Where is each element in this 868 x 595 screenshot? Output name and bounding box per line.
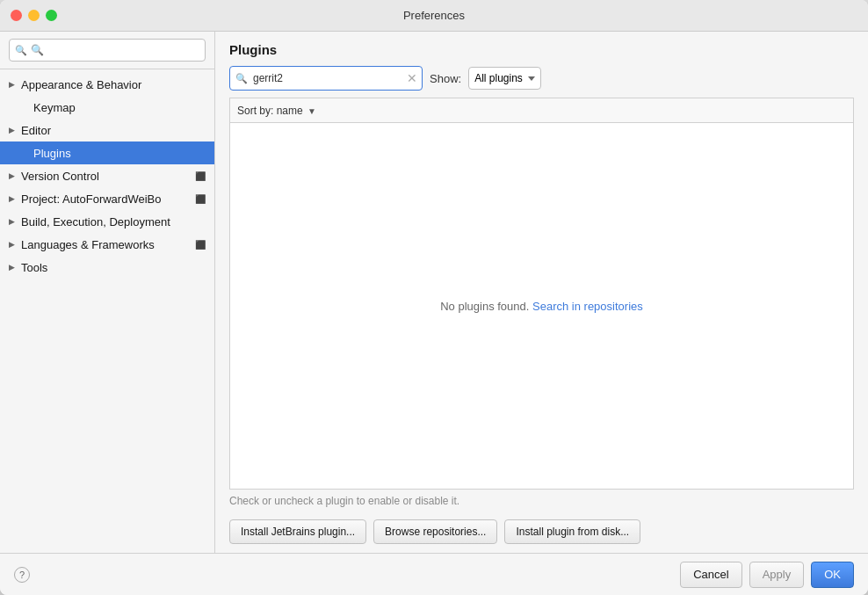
show-select[interactable]: All plugins Enabled Disabled Bundled Cus…: [468, 67, 541, 90]
main-header: Plugins 🔍 ✕ Show: All plugins Enabled Di…: [215, 32, 868, 98]
arrow-icon: ▶: [9, 240, 21, 249]
sidebar-items-list: ▶ Appearance & Behavior Keymap ▶ Editor …: [0, 69, 214, 553]
sidebar-item-keymap[interactable]: Keymap: [0, 96, 214, 119]
footer-right: Cancel Apply OK: [680, 562, 854, 588]
search-in-repositories-link[interactable]: Search in repositories: [532, 300, 643, 313]
sidebar-item-label: Plugins: [33, 147, 206, 160]
main-content: Plugins 🔍 ✕ Show: All plugins Enabled Di…: [215, 32, 868, 553]
sidebar-item-languages[interactable]: ▶ Languages & Frameworks ⬛: [0, 233, 214, 256]
close-button[interactable]: [11, 10, 22, 21]
window-controls: [11, 10, 57, 21]
apply-button[interactable]: Apply: [749, 562, 805, 588]
titlebar: Preferences: [0, 0, 868, 32]
sidebar-item-label: Version Control: [21, 170, 192, 183]
sidebar-search-input[interactable]: [9, 39, 206, 62]
plugins-search-wrapper: 🔍 ✕: [229, 66, 423, 91]
sort-arrow-icon: ▼: [307, 106, 316, 116]
sidebar-item-label: Appearance & Behavior: [21, 78, 206, 91]
plugins-list-area: No plugins found. Search in repositories: [230, 123, 853, 489]
sidebar-item-label: Build, Execution, Deployment: [21, 215, 206, 229]
arrow-icon: ▶: [9, 194, 21, 203]
arrow-icon: ▶: [9, 171, 21, 180]
sidebar-item-version-control[interactable]: ▶ Version Control ⬛: [0, 164, 214, 187]
sidebar-item-label: Languages & Frameworks: [21, 238, 192, 251]
show-label: Show:: [430, 72, 461, 85]
install-from-disk-button[interactable]: Install plugin from disk...: [504, 519, 640, 544]
footer: ? Cancel Apply OK: [0, 553, 868, 595]
arrow-icon: ▶: [9, 263, 21, 272]
maximize-button[interactable]: [46, 10, 57, 21]
sidebar-item-label: Tools: [21, 261, 206, 274]
arrow-icon: ▶: [9, 126, 21, 134]
badge-icon: ⬛: [195, 194, 206, 204]
sidebar-item-label: Keymap: [33, 101, 206, 114]
sidebar-item-label: Editor: [21, 124, 206, 137]
window-title: Preferences: [403, 9, 465, 22]
ok-button[interactable]: OK: [811, 562, 854, 588]
sidebar: 🔍 ▶ Appearance & Behavior Keymap ▶ Edito…: [0, 32, 215, 553]
page-title: Plugins: [229, 42, 854, 57]
browse-repositories-button[interactable]: Browse repositories...: [373, 519, 497, 544]
sidebar-item-build[interactable]: ▶ Build, Execution, Deployment: [0, 210, 214, 233]
sidebar-item-appearance[interactable]: ▶ Appearance & Behavior: [0, 73, 214, 96]
no-plugins-text: No plugins found. Search in repositories: [440, 300, 643, 313]
sidebar-search-wrapper: 🔍: [9, 39, 206, 62]
minimize-button[interactable]: [28, 10, 40, 21]
arrow-icon: ▶: [9, 80, 21, 89]
sort-label: Sort by: name ▼: [237, 105, 316, 117]
footer-left: ?: [14, 567, 30, 583]
sidebar-search-area: 🔍: [0, 32, 214, 69]
cancel-button[interactable]: Cancel: [680, 562, 741, 588]
plugins-sort-bar: Sort by: name ▼: [230, 98, 853, 123]
preferences-window: Preferences 🔍 ▶ Appearance & Behavior Ke…: [0, 0, 868, 595]
plugins-hint-text: Check or uncheck a plugin to enable or d…: [229, 490, 854, 512]
sidebar-item-plugins[interactable]: Plugins: [0, 141, 214, 164]
badge-icon: ⬛: [195, 171, 206, 181]
plugins-actions: Install JetBrains plugin... Browse repos…: [215, 512, 868, 553]
install-jetbrains-button[interactable]: Install JetBrains plugin...: [229, 519, 366, 544]
sidebar-search-icon: 🔍: [15, 45, 27, 56]
sidebar-item-project[interactable]: ▶ Project: AutoForwardWeiBo ⬛: [0, 187, 214, 210]
plugins-search-input[interactable]: [229, 66, 423, 91]
plugins-search-clear-button[interactable]: ✕: [407, 72, 417, 84]
sidebar-item-tools[interactable]: ▶ Tools: [0, 256, 214, 279]
plugins-toolbar: 🔍 ✕ Show: All plugins Enabled Disabled B…: [229, 66, 854, 91]
help-button[interactable]: ?: [14, 567, 30, 583]
content-area: 🔍 ▶ Appearance & Behavior Keymap ▶ Edito…: [0, 32, 868, 553]
badge-icon: ⬛: [195, 240, 206, 250]
arrow-icon: ▶: [9, 217, 21, 226]
sidebar-item-label: Project: AutoForwardWeiBo: [21, 192, 192, 206]
plugins-content-area: Sort by: name ▼ No plugins found. Search…: [229, 98, 854, 490]
sidebar-item-editor[interactable]: ▶ Editor: [0, 119, 214, 141]
